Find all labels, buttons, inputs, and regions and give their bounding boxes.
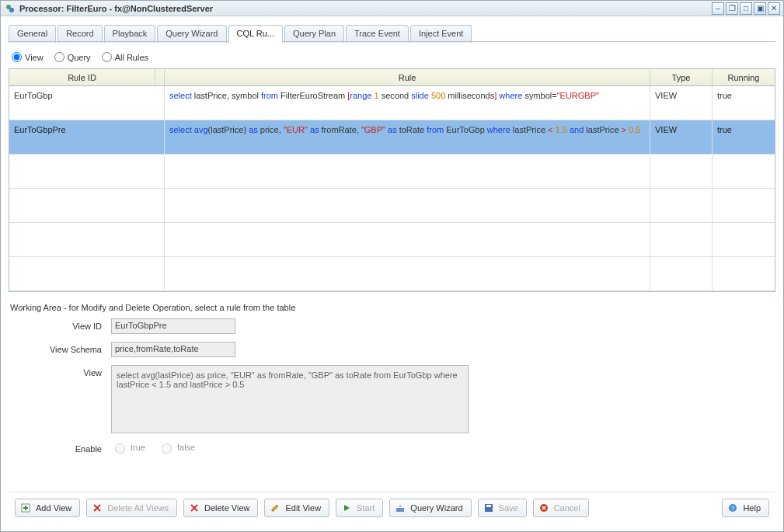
- maximize-button[interactable]: ▣: [754, 2, 766, 15]
- rules-grid: Rule ID Rule Type Running EurToGbpselect…: [9, 68, 775, 292]
- header-sort-icon[interactable]: [155, 69, 164, 85]
- view-label: View: [40, 365, 102, 377]
- edit-view-button[interactable]: Edit View: [264, 499, 329, 517]
- cell-type: VIEW: [650, 86, 713, 120]
- minimize-button[interactable]: –: [712, 2, 724, 15]
- add-icon: [20, 502, 31, 513]
- restore-button[interactable]: □: [740, 2, 752, 15]
- filter-query-label: Query: [68, 53, 91, 62]
- filter-all-radio[interactable]: All Rules: [102, 52, 148, 62]
- table-row-empty: [9, 155, 775, 189]
- view-textarea[interactable]: select avg(lastPrice) as price, "EUR" as…: [111, 365, 469, 433]
- svg-marker-10: [344, 505, 350, 511]
- filter-query-radio[interactable]: Query: [54, 52, 91, 62]
- filter-view-radio[interactable]: View: [12, 52, 44, 62]
- button-bar: Add View Delete All Views Delete View Ed…: [9, 492, 775, 523]
- cell-ruleid: EurToGbpPre: [9, 120, 165, 154]
- delete-all-icon: [92, 502, 103, 513]
- filter-all-label: All Rules: [115, 53, 148, 62]
- cell-rule: select lastPrice, symbol from FilterEuro…: [165, 86, 650, 120]
- close-button[interactable]: ✕: [768, 2, 780, 15]
- view-id-label: View ID: [40, 318, 102, 331]
- table-row-empty: [9, 189, 775, 223]
- tab-playback[interactable]: Playback: [104, 25, 156, 43]
- svg-point-1: [9, 8, 14, 12]
- enable-true-radio: true: [111, 441, 145, 454]
- tab-general[interactable]: General: [9, 25, 56, 43]
- wizard-icon: [395, 502, 406, 513]
- save-icon: [483, 502, 494, 513]
- svg-rect-14: [486, 505, 491, 507]
- cell-running: true: [713, 86, 775, 120]
- header-rule[interactable]: Rule: [165, 69, 650, 85]
- grid-header: Rule ID Rule Type Running: [9, 69, 775, 86]
- restore-down-button[interactable]: ❐: [726, 2, 738, 15]
- start-button: Start: [336, 499, 383, 517]
- view-schema-label: View Schema: [40, 342, 102, 354]
- filter-radio-row: View Query All Rules: [9, 50, 775, 68]
- header-type[interactable]: Type: [650, 69, 713, 85]
- help-button[interactable]: ? Help: [722, 499, 769, 517]
- table-row-empty: [9, 223, 775, 257]
- tab-query-plan[interactable]: Query Plan: [284, 25, 344, 43]
- view-id-input[interactable]: EurToGbpPre: [111, 318, 235, 334]
- edit-icon: [270, 502, 280, 513]
- delete-all-views-button: Delete All Views: [86, 499, 177, 517]
- tab-cql-ru-[interactable]: CQL Ru...: [228, 25, 284, 43]
- table-row[interactable]: EurToGbpPreselect avg(lastPrice) as pric…: [9, 120, 775, 155]
- title-bar: Processor: FilterEuro - fx@NonClusteredS…: [1, 1, 783, 16]
- svg-rect-11: [396, 508, 404, 512]
- tab-inject-event[interactable]: Inject Event: [410, 25, 472, 43]
- delete-icon: [189, 502, 200, 513]
- query-wizard-button[interactable]: Query Wizard: [389, 499, 471, 517]
- tab-strip: GeneralRecordPlaybackQuery WizardCQL Ru.…: [1, 16, 783, 42]
- processor-window: Processor: FilterEuro - fx@NonClusteredS…: [0, 0, 784, 532]
- window-title: Processor: FilterEuro - fx@NonClusteredS…: [19, 4, 712, 13]
- tab-record[interactable]: Record: [57, 25, 102, 43]
- view-schema-input[interactable]: price,fromRate,toRate: [111, 342, 235, 357]
- table-row[interactable]: EurToGbpselect lastPrice, symbol from Fi…: [9, 86, 775, 120]
- table-row-empty: [9, 257, 775, 291]
- help-icon: ?: [727, 502, 738, 513]
- tab-query-wizard[interactable]: Query Wizard: [157, 25, 226, 43]
- working-area-caption: Working Area - for Modify and Delete Ope…: [10, 303, 775, 312]
- cell-ruleid: EurToGbp: [9, 86, 165, 120]
- tab-trace-event[interactable]: Trace Event: [346, 25, 409, 43]
- app-icon: [4, 2, 16, 15]
- delete-view-button[interactable]: Delete View: [183, 499, 259, 517]
- svg-marker-12: [399, 504, 402, 507]
- add-view-button[interactable]: Add View: [15, 499, 80, 517]
- cell-running: true: [713, 120, 775, 154]
- cancel-button: Cancel: [533, 499, 589, 517]
- enable-label: Enable: [40, 441, 102, 454]
- working-area-form: View ID EurToGbpPre View Schema price,fr…: [9, 318, 775, 454]
- play-icon: [341, 502, 352, 513]
- save-button: Save: [478, 499, 527, 517]
- svg-text:?: ?: [731, 505, 735, 512]
- filter-view-label: View: [25, 53, 44, 62]
- cell-type: VIEW: [650, 120, 713, 154]
- svg-marker-9: [272, 505, 278, 511]
- header-ruleid[interactable]: Rule ID: [9, 73, 155, 82]
- tab-content: View Query All Rules Rule ID Rule Type R…: [1, 43, 783, 531]
- cell-rule: select avg(lastPrice) as price, "EUR" as…: [165, 120, 650, 154]
- cancel-icon: [538, 502, 549, 513]
- enable-false-radio: false: [158, 441, 195, 454]
- header-running[interactable]: Running: [713, 69, 775, 85]
